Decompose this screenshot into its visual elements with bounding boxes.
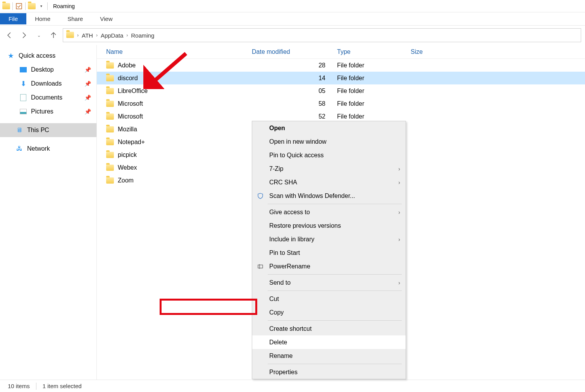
qat-properties-icon[interactable] (14, 2, 24, 11)
forward-button[interactable] (19, 30, 29, 41)
ctx-copy[interactable]: Copy (252, 306, 406, 319)
separator (12, 2, 13, 10)
separator (268, 274, 402, 275)
row-name: Adobe (118, 62, 136, 69)
pin-icon: 📌 (84, 67, 91, 73)
app-folder-icon (2, 2, 11, 11)
row-name: Microsoft (118, 113, 143, 120)
separator (25, 2, 26, 10)
ctx-delete[interactable]: Delete (252, 335, 406, 349)
sidebar-item-desktop[interactable]: Desktop 📌 (0, 63, 96, 77)
sidebar-label: This PC (27, 127, 49, 134)
ctx-send-to[interactable]: Send to› (252, 276, 406, 289)
cell-name: Mozilla (97, 126, 252, 133)
table-row[interactable]: Microsoft58File folder (97, 97, 585, 110)
tab-home[interactable]: Home (26, 13, 59, 24)
folder-icon (106, 139, 114, 145)
chevron-right-icon: › (398, 209, 400, 215)
ctx-properties[interactable]: Properties (252, 365, 406, 379)
nav-bar: ⌄ › ATH › AppData › Roaming (0, 26, 585, 45)
breadcrumb-appdata[interactable]: AppData (101, 32, 123, 39)
history-dropdown[interactable]: ⌄ (33, 30, 44, 41)
cell-name: discord (97, 75, 252, 82)
cell-name: Webex (97, 164, 252, 171)
row-name: Webex (118, 164, 137, 171)
tab-file[interactable]: File (0, 13, 26, 24)
cell-name: Microsoft (97, 100, 252, 107)
ctx-open[interactable]: Open (252, 121, 406, 135)
sidebar-network[interactable]: 🖧 Network (0, 142, 96, 156)
sidebar-quick-access[interactable]: ★ Quick access (0, 49, 96, 63)
tab-share[interactable]: Share (59, 13, 91, 24)
main-area: ★ Quick access Desktop 📌 ⬇ Downloads 📌 D… (0, 45, 585, 380)
table-row[interactable]: discord14File folder (97, 72, 585, 84)
ctx-pin-start[interactable]: Pin to Start (252, 246, 406, 260)
sidebar-label: Quick access (19, 52, 55, 59)
sidebar-item-label: Downloads (31, 80, 62, 87)
address-bar[interactable]: › ATH › AppData › Roaming (63, 28, 581, 42)
sidebar-label: Network (27, 145, 50, 152)
folder-icon (106, 165, 114, 171)
context-menu: Open Open in new window Pin to Quick acc… (252, 121, 406, 379)
sidebar-item-downloads[interactable]: ⬇ Downloads 📌 (0, 77, 96, 91)
ctx-7zip[interactable]: 7-Zip› (252, 162, 406, 175)
chevron-right-icon[interactable]: › (77, 33, 79, 38)
cell-name: Zoom (97, 177, 252, 184)
col-date[interactable]: Date modified (252, 48, 337, 55)
ctx-restore-previous[interactable]: Restore previous versions (252, 219, 406, 232)
ctx-crc-sha[interactable]: CRC SHA› (252, 175, 406, 189)
col-name[interactable]: Name (97, 48, 252, 55)
star-icon: ★ (7, 52, 15, 60)
ctx-create-shortcut[interactable]: Create shortcut (252, 322, 406, 335)
breadcrumb-ath[interactable]: ATH (82, 32, 93, 39)
ctx-rename[interactable]: Rename (252, 349, 406, 363)
desktop-icon (19, 66, 27, 74)
folder-icon (106, 75, 114, 81)
titlebar: ▾ Roaming (0, 0, 585, 12)
breadcrumb-roaming[interactable]: Roaming (131, 32, 154, 39)
separator (268, 291, 402, 291)
row-name: Microsoft (118, 100, 143, 107)
cell-date: 14 (252, 75, 337, 82)
col-size[interactable]: Size (411, 48, 457, 55)
sidebar-item-documents[interactable]: Documents 📌 (0, 91, 96, 105)
folder-icon (106, 113, 114, 120)
cell-date: 28 (252, 62, 337, 69)
chevron-right-icon[interactable]: › (126, 33, 128, 38)
ctx-open-new-window[interactable]: Open in new window (252, 135, 406, 148)
chevron-right-icon: › (398, 166, 400, 172)
qat-dropdown-icon[interactable]: ▾ (36, 2, 46, 11)
ctx-include-library[interactable]: Include in library› (252, 232, 406, 246)
svg-rect-0 (16, 3, 22, 9)
ctx-give-access[interactable]: Give access to› (252, 205, 406, 219)
sidebar-this-pc[interactable]: 🖥 This PC (0, 123, 96, 137)
ctx-cut[interactable]: Cut (252, 292, 406, 306)
cell-name: Adobe (97, 62, 252, 69)
chevron-right-icon[interactable]: › (96, 33, 98, 38)
ctx-scan-defender[interactable]: Scan with Windows Defender... (252, 189, 406, 203)
cell-name: Microsoft (97, 113, 252, 120)
sidebar-item-pictures[interactable]: Pictures 📌 (0, 105, 96, 119)
cell-date: 52 (252, 113, 337, 120)
folder-icon (106, 62, 114, 69)
row-name: LibreOffice (118, 88, 148, 95)
table-row[interactable]: Adobe28File folder (97, 59, 585, 72)
ctx-pin-quick[interactable]: Pin to Quick access (252, 148, 406, 162)
up-button[interactable] (48, 30, 59, 41)
table-row[interactable]: LibreOffice05File folder (97, 84, 585, 97)
pin-icon: 📌 (84, 81, 91, 87)
row-name: Notepad+ (118, 139, 145, 146)
chevron-right-icon: › (398, 280, 400, 286)
folder-icon (106, 177, 114, 184)
network-icon: 🖧 (15, 145, 23, 153)
separator (36, 383, 36, 390)
cell-name: Notepad+ (97, 139, 252, 146)
separator (268, 364, 402, 364)
cell-date: 58 (252, 100, 337, 107)
cell-type: File folder (337, 75, 411, 82)
col-type[interactable]: Type (337, 48, 411, 55)
ctx-power-rename[interactable]: PowerRename (252, 260, 406, 273)
tab-view[interactable]: View (91, 13, 121, 24)
back-button[interactable] (4, 30, 15, 41)
row-name: picpick (118, 151, 137, 158)
